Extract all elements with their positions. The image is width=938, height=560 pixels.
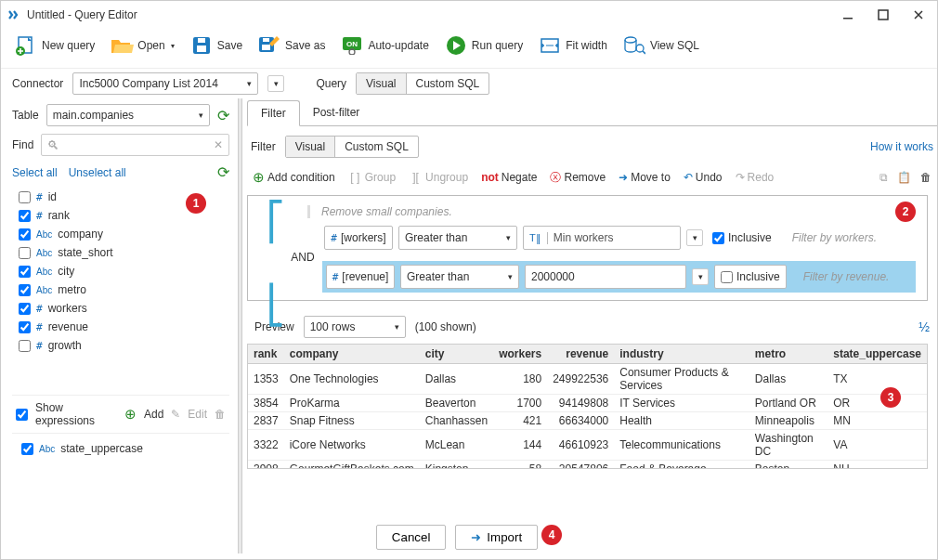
add-condition-button[interactable]: ⊕Add condition	[253, 169, 335, 186]
save-icon	[189, 34, 214, 57]
ungroup-button[interactable]: ][Ungroup	[409, 171, 468, 185]
svg-rect-6	[198, 38, 205, 43]
type-text-icon: Abc	[39, 444, 55, 454]
col-header[interactable]: rank	[248, 345, 284, 364]
col-header[interactable]: company	[284, 345, 420, 364]
copy-icon[interactable]: ⧉	[879, 171, 888, 184]
table-row: 2837Snap FitnessChanhassen42166634000Hea…	[248, 412, 927, 430]
type-number-icon: #	[36, 191, 43, 203]
negate-button[interactable]: notNegate	[481, 171, 537, 184]
search-icon: 🔍︎	[47, 138, 59, 152]
trash-icon[interactable]: 🗑	[920, 171, 931, 184]
how-it-works-link[interactable]: How it works	[870, 140, 933, 153]
app-icon	[8, 8, 21, 21]
col-header[interactable]: workers	[493, 345, 547, 364]
unselect-all-link[interactable]: Unselect all	[69, 166, 126, 179]
svg-rect-5	[197, 46, 206, 52]
filter-mode-switch[interactable]: Visual Custom SQL	[285, 136, 419, 158]
show-expressions-label: Show expressions	[35, 401, 117, 427]
select-all-link[interactable]: Select all	[12, 166, 58, 179]
tab-filter[interactable]: Filter	[247, 100, 300, 126]
query-mode-switch[interactable]: Visual Custom SQL	[356, 72, 489, 95]
preview-table[interactable]: rank company city workers revenue indust…	[247, 344, 928, 469]
transpose-icon[interactable]: ½	[918, 319, 930, 334]
cancel-button[interactable]: Cancel	[376, 525, 447, 550]
arrow-right-icon: ➜	[619, 171, 628, 184]
undo-button[interactable]: ↶Undo	[684, 171, 723, 184]
maximize-button[interactable]	[872, 4, 894, 26]
tab-custom-sql[interactable]: Custom SQL	[407, 73, 489, 94]
svg-point-15	[625, 37, 636, 43]
group-button[interactable]: [ ]Group	[348, 171, 396, 185]
tab-post-filter[interactable]: Post-filter	[300, 100, 373, 125]
param-dropdown-button[interactable]: ▾	[686, 229, 703, 246]
save-button[interactable]: Save	[188, 33, 244, 59]
col-header[interactable]: metro	[749, 345, 827, 364]
table-row: 1353One TechnologiesDallas180249922536Co…	[248, 364, 927, 395]
column-item: #revenue	[13, 318, 228, 336]
refresh-columns-icon[interactable]: ⟳	[217, 163, 229, 181]
fit-width-button[interactable]: Fit width	[536, 33, 609, 59]
callout-badge-4: 4	[541, 525, 562, 545]
open-button[interactable]: Open▾	[108, 33, 176, 59]
find-input[interactable]: 🔍︎✕	[41, 134, 229, 156]
table-select[interactable]: main.companies	[46, 104, 210, 126]
param-dropdown-button[interactable]: ▾	[692, 268, 709, 285]
preview-shown: (100 shown)	[415, 320, 476, 333]
new-query-button[interactable]: New query	[12, 33, 97, 59]
col-header[interactable]: revenue	[547, 345, 614, 364]
table-row: 3908GourmetGiftBaskets.comKingston582054…	[248, 461, 927, 470]
delete-icon[interactable]: 🗑	[215, 408, 226, 421]
value-input[interactable]: 2000000	[525, 265, 686, 289]
connector-extra-button[interactable]: ▾	[267, 75, 284, 92]
callout-badge-3: 3	[880, 387, 901, 408]
show-expressions-checkbox[interactable]	[16, 409, 28, 421]
type-number-icon: #	[36, 321, 43, 333]
preview-rows-select[interactable]: 100 rows	[304, 316, 406, 338]
window-title: Untitled - Query Editor	[27, 8, 137, 21]
param-input[interactable]: T‖Min workers	[523, 226, 681, 250]
refresh-table-icon[interactable]: ⟳	[217, 107, 229, 124]
field-pill[interactable]: #[revenue]	[326, 265, 395, 289]
paste-icon[interactable]: 📋	[897, 171, 911, 184]
operator-select[interactable]: Greater than	[398, 226, 517, 250]
auto-update-button[interactable]: ONAuto-update	[338, 33, 430, 59]
redo-icon: ↷	[736, 171, 745, 184]
condition-description: Filter by revenue.	[803, 270, 890, 283]
remove-button[interactable]: ⓧRemove	[550, 170, 606, 186]
svg-rect-1	[879, 10, 888, 20]
redo-button[interactable]: ↷Redo	[736, 171, 775, 184]
auto-update-icon: ON	[340, 34, 364, 57]
col-header[interactable]: industry	[614, 345, 749, 364]
column-list[interactable]: #id #rank Abccompany Abcstate_short Abcc…	[12, 187, 229, 391]
condition-description: Filter by workers.	[792, 231, 877, 244]
col-header[interactable]: city	[420, 345, 493, 364]
table-label: Table	[12, 109, 39, 122]
inclusive-checkbox[interactable]: Inclusive	[709, 231, 775, 244]
minimize-button[interactable]	[837, 4, 859, 26]
connector-select[interactable]: Inc5000 Company List 2014	[72, 72, 258, 95]
type-text-icon: Abc	[36, 285, 52, 295]
field-pill[interactable]: #[workers]	[324, 226, 393, 250]
import-button[interactable]: ➜Import	[455, 525, 538, 550]
splitter-handle[interactable]	[238, 98, 242, 553]
add-icon[interactable]: ⊕	[124, 406, 137, 423]
inclusive-checkbox[interactable]: Inclusive	[714, 265, 787, 289]
run-query-button[interactable]: Run query	[442, 33, 525, 59]
play-icon	[444, 34, 468, 57]
tab-filter-custom[interactable]: Custom SQL	[335, 137, 418, 157]
save-as-button[interactable]: Save as	[255, 33, 327, 59]
col-header[interactable]: state_uppercase	[827, 345, 927, 364]
column-item: Abccity	[13, 262, 228, 280]
clear-icon[interactable]: ✕	[214, 138, 223, 151]
close-button[interactable]	[907, 4, 930, 26]
tab-filter-visual[interactable]: Visual	[286, 137, 335, 157]
new-query-icon	[14, 34, 38, 57]
view-sql-button[interactable]: View SQL	[620, 33, 701, 59]
move-to-button[interactable]: ➜Move to	[619, 171, 671, 184]
plus-icon: ⊕	[253, 169, 265, 186]
edit-icon[interactable]: ✎	[171, 408, 180, 421]
tab-visual[interactable]: Visual	[357, 73, 406, 94]
bracket-close-icon: ⎣	[265, 283, 287, 326]
operator-select[interactable]: Greater than	[400, 265, 519, 289]
